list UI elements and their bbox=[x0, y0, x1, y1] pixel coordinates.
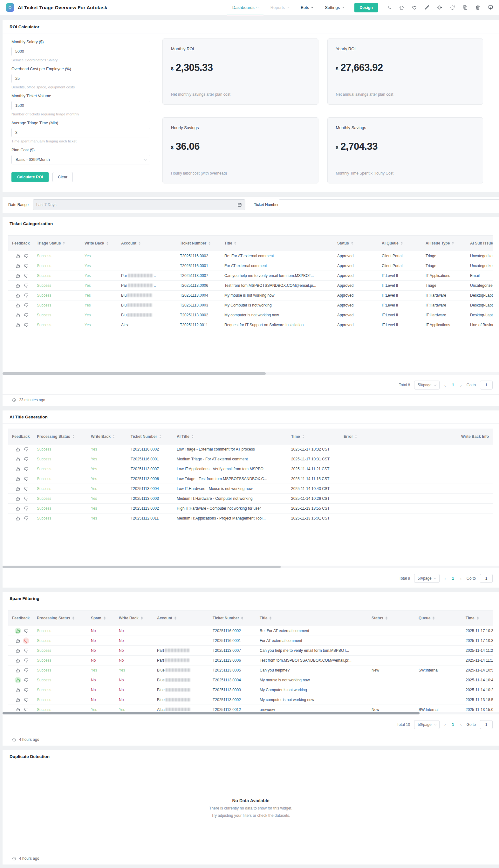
thumbs-up-icon[interactable] bbox=[15, 638, 21, 644]
thumbs-down-icon[interactable] bbox=[23, 322, 29, 328]
thumbs-down-icon[interactable] bbox=[23, 273, 29, 279]
thumbs-down-icon[interactable] bbox=[23, 446, 29, 453]
copy-add-icon[interactable] bbox=[462, 5, 468, 10]
scrollbar-thumb[interactable] bbox=[2, 372, 266, 375]
tn-cell[interactable]: T20251113.0004 bbox=[209, 678, 256, 682]
gear-icon[interactable] bbox=[437, 5, 442, 10]
sort-icon[interactable] bbox=[302, 435, 304, 438]
screen-share-icon[interactable] bbox=[488, 5, 493, 10]
column-header-st[interactable]: Triage Status bbox=[33, 241, 81, 245]
column-header-wb[interactable]: Write Back bbox=[115, 616, 153, 620]
column-header-time[interactable]: Time bbox=[462, 616, 493, 620]
current-page[interactable]: 1 bbox=[451, 383, 455, 387]
sparkles-icon[interactable] bbox=[386, 5, 392, 10]
thumbs-down-icon[interactable] bbox=[23, 667, 29, 673]
column-header-err[interactable]: Error bbox=[340, 434, 458, 439]
thumbs-up-icon[interactable] bbox=[15, 253, 21, 259]
tn-cell[interactable]: T20251113.0006 bbox=[127, 477, 173, 481]
thumbs-up-icon[interactable] bbox=[15, 707, 21, 711]
sort-icon[interactable] bbox=[192, 435, 194, 438]
pencil-icon[interactable] bbox=[424, 5, 430, 10]
sort-icon[interactable] bbox=[72, 616, 74, 620]
thumbs-up-icon[interactable] bbox=[15, 628, 21, 634]
thumbs-down-icon[interactable] bbox=[23, 687, 29, 693]
thumbs-down-icon[interactable] bbox=[23, 707, 29, 711]
sort-icon[interactable] bbox=[234, 242, 236, 245]
thumbs-down-icon[interactable] bbox=[23, 628, 29, 634]
thumbs-up-icon[interactable] bbox=[15, 647, 21, 654]
tn-cell[interactable]: T20251113.0007 bbox=[176, 274, 221, 278]
sort-icon[interactable] bbox=[104, 616, 106, 620]
tn-cell[interactable]: T20251116.0001 bbox=[209, 638, 256, 643]
sort-icon[interactable] bbox=[113, 435, 115, 438]
thumbs-up-icon[interactable] bbox=[15, 697, 21, 703]
sort-icon[interactable] bbox=[355, 435, 357, 438]
thumbs-down-icon[interactable] bbox=[23, 657, 29, 664]
thumbs-up-icon[interactable] bbox=[15, 263, 21, 269]
page-size-select[interactable]: 50/page bbox=[414, 381, 439, 389]
prev-page-button[interactable]: ‹ bbox=[444, 383, 447, 388]
thumbs-up-icon[interactable] bbox=[15, 312, 21, 318]
calculate-roi-button[interactable]: Calculate ROI bbox=[11, 172, 49, 182]
thumbs-down-icon[interactable] bbox=[23, 495, 29, 502]
column-header-sub[interactable]: AI Sub Issue bbox=[466, 241, 493, 245]
thumbs-down-icon[interactable] bbox=[23, 282, 29, 289]
page-size-select[interactable]: 50/page bbox=[414, 574, 439, 583]
design-button[interactable]: Design bbox=[354, 3, 378, 12]
column-header-title[interactable]: Title bbox=[221, 241, 333, 245]
thumbs-down-icon[interactable] bbox=[23, 263, 29, 269]
column-header-title[interactable]: Title bbox=[256, 616, 368, 620]
sort-icon[interactable] bbox=[351, 242, 353, 245]
tn-cell[interactable]: T20251112.0012 bbox=[209, 708, 256, 711]
sort-icon[interactable] bbox=[386, 616, 387, 620]
scrollbar-thumb[interactable] bbox=[2, 712, 419, 714]
column-header-tn[interactable]: Ticket Number bbox=[127, 434, 173, 439]
tn-cell[interactable]: T20251113.0003 bbox=[176, 303, 221, 308]
column-header-queue[interactable]: Queue bbox=[415, 616, 462, 620]
goto-page-input[interactable] bbox=[480, 574, 492, 583]
column-header-acct[interactable]: Account bbox=[153, 616, 209, 620]
tn-cell[interactable]: T20251116.0002 bbox=[209, 629, 256, 633]
nav-reports[interactable]: Reports bbox=[270, 5, 289, 10]
heart-icon[interactable] bbox=[412, 5, 417, 10]
column-header-acct[interactable]: Account bbox=[117, 241, 176, 245]
horizontal-scrollbar[interactable] bbox=[2, 372, 499, 375]
thumbs-down-icon[interactable] bbox=[23, 505, 29, 511]
thumbs-up-icon[interactable] bbox=[15, 687, 21, 693]
tn-cell[interactable]: T20251112.0011 bbox=[127, 516, 173, 520]
refresh-icon[interactable] bbox=[450, 5, 455, 10]
thumbs-up-icon[interactable] bbox=[15, 505, 21, 511]
tn-cell[interactable]: T20251113.0003 bbox=[127, 496, 173, 501]
sort-icon[interactable] bbox=[269, 616, 271, 620]
thumbs-up-icon[interactable] bbox=[15, 515, 21, 521]
thumbs-up-icon[interactable] bbox=[15, 456, 21, 462]
sort-icon[interactable] bbox=[477, 616, 479, 620]
thumbs-up-icon[interactable] bbox=[15, 466, 21, 472]
goto-page-input[interactable] bbox=[480, 381, 492, 389]
next-page-button[interactable]: › bbox=[460, 576, 462, 581]
sort-icon[interactable] bbox=[241, 616, 243, 620]
tn-cell[interactable]: T20251116.0001 bbox=[176, 264, 221, 268]
tn-cell[interactable]: T20251113.0007 bbox=[209, 648, 256, 653]
monthly-salary-input[interactable] bbox=[11, 47, 150, 56]
home-add-icon[interactable] bbox=[399, 5, 404, 10]
sort-icon[interactable] bbox=[72, 435, 74, 438]
tn-cell[interactable]: T20251113.0004 bbox=[127, 486, 173, 491]
thumbs-down-icon[interactable] bbox=[23, 292, 29, 299]
column-header-title[interactable]: AI Title bbox=[173, 434, 287, 439]
page-size-select[interactable]: 50/page bbox=[414, 720, 439, 729]
thumbs-down-icon[interactable] bbox=[23, 302, 29, 309]
column-header-wb[interactable]: Write Back bbox=[81, 241, 117, 245]
column-header-spam[interactable]: Spam bbox=[87, 616, 115, 620]
column-header-ps[interactable]: Processing Status bbox=[33, 434, 87, 439]
thumbs-down-icon[interactable] bbox=[23, 312, 29, 318]
thumbs-down-icon[interactable] bbox=[23, 485, 29, 492]
overhead-cost-input[interactable] bbox=[11, 74, 150, 83]
column-header-ps[interactable]: Processing Status bbox=[33, 616, 87, 620]
thumbs-up-icon[interactable] bbox=[15, 485, 21, 492]
horizontal-scrollbar[interactable] bbox=[2, 566, 499, 568]
tn-cell[interactable]: T20251116.0002 bbox=[127, 447, 173, 451]
tn-cell[interactable]: T20251113.0004 bbox=[176, 293, 221, 298]
tn-cell[interactable]: T20251113.0005 bbox=[209, 668, 256, 673]
sort-icon[interactable] bbox=[174, 616, 177, 620]
